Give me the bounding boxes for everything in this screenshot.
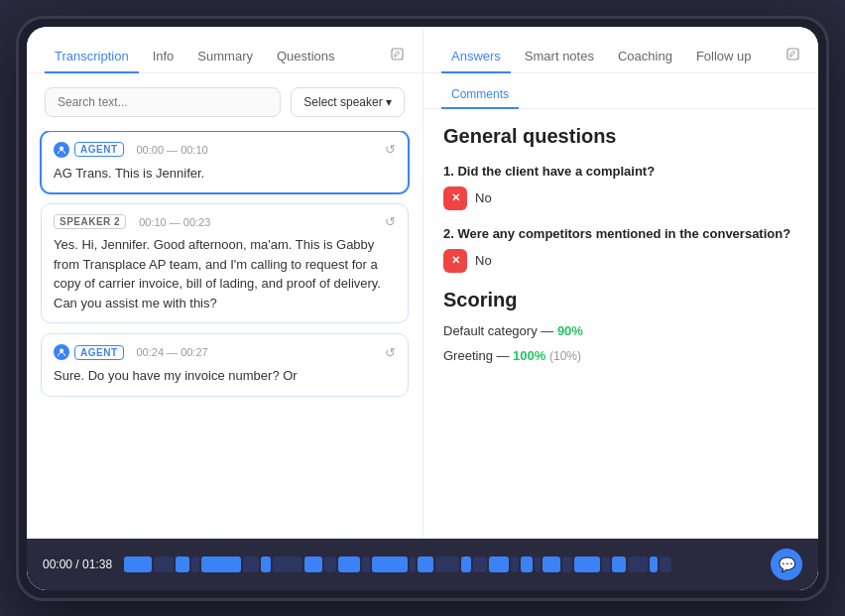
question-text: 2. Were any competitors mentioned in the… — [443, 226, 798, 241]
tab-follow-up[interactable]: Follow up — [686, 41, 762, 73]
timestamp: 00:24 — 00:27 — [137, 346, 208, 358]
waveform-segment — [574, 556, 600, 572]
waveform-segment — [201, 556, 241, 572]
question-number: 2. — [443, 226, 454, 241]
waveform-segment — [372, 556, 408, 572]
general-questions-title: General questions — [443, 125, 798, 148]
scoring-weight: (10%) — [549, 349, 581, 363]
main-content: Transcription Info Summary Questions Se — [27, 27, 818, 539]
waveform-segment — [273, 556, 302, 572]
card-header: AGENT 00:24 — 00:27 ↺ — [54, 344, 396, 360]
scoring-section: Scoring Default category — 90% Greeting … — [443, 289, 798, 363]
waveform-segment — [338, 556, 360, 572]
replay-icon[interactable]: ↺ — [385, 345, 396, 360]
answer-badge: ✕ — [443, 186, 467, 210]
right-panel: Answers Smart notes Coaching Follow up C… — [423, 27, 818, 539]
agent-icon — [54, 344, 69, 360]
replay-icon[interactable]: ↺ — [385, 142, 396, 157]
answer-text: No — [475, 253, 492, 268]
device-frame: Transcription Info Summary Questions Se — [16, 16, 829, 601]
time-display: 00:00 / 01:38 — [43, 557, 114, 571]
scoring-row-default: Default category — 90% — [443, 323, 798, 338]
transcript-card[interactable]: SPEAKER 2 00:10 — 00:23 ↺ Yes. Hi, Jenni… — [41, 203, 409, 323]
tab-answers[interactable]: Answers — [441, 41, 511, 73]
scoring-value: 100% — [513, 348, 545, 363]
waveform-segment — [562, 556, 572, 572]
waveform[interactable] — [124, 551, 761, 578]
waveform-segment — [410, 556, 416, 572]
speaker-badge: AGENT 00:00 — 00:10 — [54, 142, 208, 158]
waveform-segment — [362, 556, 370, 572]
waveform-segment — [521, 556, 533, 572]
left-tab-bar: Transcription Info Summary Questions — [27, 27, 422, 73]
answer-text: No — [475, 190, 492, 205]
left-panel: Transcription Info Summary Questions Se — [27, 27, 423, 539]
speaker-label: SPEAKER 2 — [54, 214, 126, 229]
edit-icon[interactable] — [391, 48, 405, 64]
timeline-bar: 00:00 / 01:38 💬 — [27, 539, 818, 590]
waveform-segment — [261, 556, 271, 572]
scoring-label: Default category — — [443, 323, 557, 338]
speaker-badge: SPEAKER 2 00:10 — 00:23 — [54, 214, 210, 229]
scoring-row-greeting: Greeting — 100% (10%) — [443, 348, 798, 363]
scoring-value: 90% — [557, 323, 583, 338]
waveform-segment — [435, 556, 459, 572]
waveform-segment — [124, 556, 152, 572]
waveform-segment — [243, 556, 259, 572]
transcript-card[interactable]: AGENT 00:00 — 00:10 ↺ AG Trans. This is … — [41, 131, 409, 194]
tab-info[interactable]: Info — [143, 41, 184, 73]
card-text: Yes. Hi, Jennifer. Good afternoon, ma'am… — [54, 235, 396, 312]
right-tab-bar: Answers Smart notes Coaching Follow up — [423, 27, 818, 73]
waveform-segment — [511, 556, 519, 572]
waveform-segment — [473, 556, 487, 572]
svg-point-1 — [60, 146, 63, 150]
right-content: General questions 1. Did the client have… — [423, 109, 818, 539]
right-subtab-bar: Comments — [423, 73, 818, 109]
waveform-segment — [461, 556, 471, 572]
waveform-segment — [324, 556, 336, 572]
speaker-label: AGENT — [74, 142, 124, 157]
speaker-select[interactable]: Select speaker ▾ — [291, 87, 405, 117]
waveform-segment — [628, 556, 648, 572]
waveform-segment — [612, 556, 626, 572]
question-text: 1. Did the client have a complaint? — [443, 164, 798, 179]
answer-badge: ✕ — [443, 249, 467, 273]
card-text: Sure. Do you have my invoice number? Or — [54, 366, 396, 386]
answer-row: ✕ No — [443, 249, 798, 273]
scoring-title: Scoring — [443, 289, 798, 311]
timestamp: 00:10 — 00:23 — [139, 216, 210, 228]
chat-button[interactable]: 💬 — [771, 549, 802, 580]
waveform-segment — [304, 556, 322, 572]
agent-icon — [54, 142, 69, 158]
transcript-list: AGENT 00:00 — 00:10 ↺ AG Trans. This is … — [27, 131, 422, 539]
waveform-segment — [489, 556, 509, 572]
tab-smart-notes[interactable]: Smart notes — [515, 41, 604, 73]
right-edit-icon[interactable] — [786, 48, 800, 64]
app-container: Transcription Info Summary Questions Se — [27, 27, 818, 590]
speaker-badge: AGENT 00:24 — 00:27 — [54, 344, 208, 360]
replay-icon[interactable]: ↺ — [385, 214, 396, 229]
tab-coaching[interactable]: Coaching — [608, 41, 682, 73]
speaker-label: AGENT — [74, 345, 124, 360]
question-item: 2. Were any competitors mentioned in the… — [443, 226, 798, 273]
search-input[interactable] — [45, 87, 281, 117]
svg-point-2 — [60, 349, 63, 353]
question-number: 1. — [443, 164, 454, 179]
timestamp: 00:00 — 00:10 — [137, 144, 208, 156]
tab-summary[interactable]: Summary — [187, 41, 263, 73]
waveform-segment — [418, 556, 433, 572]
question-item: 1. Did the client have a complaint? ✕ No — [443, 164, 798, 210]
waveform-segment — [602, 556, 610, 572]
card-header: SPEAKER 2 00:10 — 00:23 ↺ — [54, 214, 396, 229]
tab-questions[interactable]: Questions — [267, 41, 345, 73]
answer-row: ✕ No — [443, 186, 798, 210]
waveform-segment — [660, 556, 671, 572]
card-text: AG Trans. This is Jennifer. — [54, 164, 396, 184]
transcript-card[interactable]: AGENT 00:24 — 00:27 ↺ Sure. Do you have … — [41, 333, 409, 397]
question-label: Were any competitors mentioned in the co… — [457, 226, 790, 241]
question-label: Did the client have a complaint? — [457, 164, 655, 179]
tab-transcription[interactable]: Transcription — [45, 41, 139, 73]
waveform-segment — [535, 556, 541, 572]
subtab-comments[interactable]: Comments — [441, 81, 519, 109]
scoring-label: Greeting — — [443, 348, 513, 363]
